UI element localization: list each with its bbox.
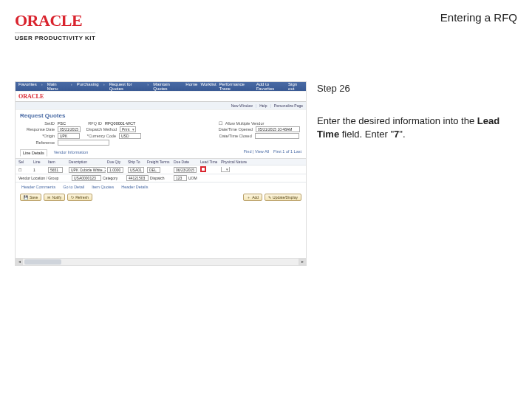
refresh-button[interactable]: ↻Refresh	[67, 194, 92, 201]
home-link[interactable]: Home	[185, 82, 197, 91]
category-label: Category	[103, 176, 125, 180]
col-leadtime: Lead Time	[200, 160, 219, 164]
origin-input[interactable]: UPK	[58, 133, 80, 139]
dateclosed-label: Date/Time Closed	[219, 134, 252, 138]
col-duedate: Due Date	[174, 160, 199, 164]
cell-duedate-input[interactable]: 06/23/2015	[174, 167, 197, 173]
section-title: Request Quotes	[16, 110, 306, 120]
dispatch-label: Dispatch Method	[83, 127, 117, 132]
breadcrumb-sep: ›	[41, 82, 43, 91]
add-icon: ＋	[247, 195, 250, 200]
reference-input[interactable]	[58, 140, 109, 146]
dateopened-input[interactable]: 05/21/2015 10:48AM	[256, 126, 300, 132]
help-link[interactable]: Help	[259, 103, 267, 108]
dispatch-select[interactable]: Print	[120, 126, 136, 132]
update-icon: ✎	[268, 195, 271, 200]
dispatch-status-input[interactable]: 123	[174, 175, 187, 181]
perf-trace-link[interactable]: Performance Trace	[219, 82, 253, 91]
currency-input[interactable]: USD	[119, 133, 141, 139]
allow-multi-checkbox[interactable]: ☐	[219, 121, 222, 126]
favorites-link[interactable]: Add to Favorites	[256, 82, 285, 91]
update-display-button[interactable]: ✎Update/Display	[265, 194, 301, 201]
oracle-subtitle: USER PRODUCTIVITY KIT	[15, 33, 95, 41]
global-links: Home Worklist Performance Trace Add to F…	[185, 82, 303, 91]
uom-label: UOM	[188, 176, 197, 180]
breadcrumb-item[interactable]: Favorites	[18, 82, 37, 91]
lead-time-field[interactable]	[200, 166, 206, 172]
tab-line-details[interactable]: Line Details	[20, 149, 47, 157]
save-icon: 💾	[24, 195, 28, 200]
setid-label: SetID	[21, 121, 55, 126]
detail-tabs: Header Comments Go to Detail Item Quotes…	[16, 183, 306, 191]
horizontal-scrollbar[interactable]: ◂ ▸	[16, 258, 306, 265]
rfq-value: RFQ00001-WCT	[105, 121, 135, 126]
add-button[interactable]: ＋Add	[243, 194, 262, 201]
detail-data-row: Vendor Location / Group USA0000123 Categ…	[16, 174, 306, 183]
cell-sel[interactable]: ☐	[18, 168, 32, 172]
oracle-logo: ORACLE	[15, 11, 95, 30]
breadcrumb-item[interactable]: Main Menu	[47, 82, 66, 91]
cell-shipto-input[interactable]: USA01	[128, 167, 144, 173]
tab-item-quotes[interactable]: Item Quotes	[92, 185, 114, 189]
col-item: Item	[48, 160, 67, 164]
col-desc: Description	[69, 160, 106, 164]
grid-data-row: ☐ 1 5651 UPK Cubicle White, 24 x 30 1.00…	[16, 166, 306, 174]
col-qty: Due Qty	[107, 160, 126, 164]
cell-item-input[interactable]: 5651	[48, 167, 63, 173]
button-strip: 💾Save ✉Notify ↻Refresh ＋Add ✎Update/Disp…	[16, 191, 306, 203]
line-tabbar: Line Details Vendor Information Find | V…	[16, 148, 306, 159]
tab-vendor-info[interactable]: Vendor Information	[52, 149, 90, 157]
rfq-label: RFQ ID	[69, 121, 102, 126]
respdate-input[interactable]: 05/21/2015	[58, 126, 81, 132]
col-line: Line	[33, 160, 47, 164]
cell-qty-input[interactable]: 1.0000	[107, 167, 123, 173]
origin-label: *Origin	[21, 134, 55, 138]
header-form: SetIDFSC RFQ IDRFQ00001-WCT Response Dat…	[16, 120, 306, 148]
scroll-right-icon[interactable]: ▸	[299, 259, 306, 265]
grid-range: First 1 of 1 Last	[273, 149, 301, 157]
scroll-track[interactable]	[23, 259, 299, 265]
vendor-input[interactable]: USA0000123	[72, 175, 101, 181]
currency-label: *Currency Code	[83, 134, 116, 138]
tab-header-comments[interactable]: Header Comments	[21, 185, 55, 189]
vendor-label: Vendor Location / Group	[18, 176, 70, 180]
breadcrumb-sep: ›	[103, 82, 105, 91]
oracle-mini-logo: ORACLE	[16, 92, 306, 102]
category-input[interactable]: 44121503	[126, 175, 149, 181]
global-topbar: Favorites › Main Menu › Purchasing › Req…	[16, 82, 306, 92]
signout-link[interactable]: Sign out	[288, 82, 303, 91]
refresh-icon: ↻	[71, 195, 74, 200]
grid-find[interactable]: Find | View All	[244, 149, 269, 157]
scroll-thumb[interactable]	[24, 259, 61, 265]
personalize-link[interactable]: Personalize Page	[274, 103, 303, 108]
breadcrumb-item[interactable]: Purchasing	[77, 82, 99, 91]
cell-line: 1	[33, 168, 47, 172]
col-freight: Freight Terms	[147, 160, 172, 164]
cell-physical-select[interactable]	[221, 167, 230, 172]
dateclosed-input[interactable]	[255, 133, 299, 139]
col-physical: Physical Nature	[221, 160, 249, 164]
grid-header-row: Sel Line Item Description Due Qty Ship T…	[16, 159, 306, 166]
breadcrumb-item[interactable]: Maintain Quotes	[153, 82, 181, 91]
instruction-panel: Step 26 Enter the desired information in…	[314, 81, 517, 266]
allow-multi-label: Allow Multiple Vendor	[225, 121, 265, 126]
application-screenshot: Favorites › Main Menu › Purchasing › Req…	[15, 81, 307, 266]
new-window-link[interactable]: New Window	[231, 103, 253, 108]
breadcrumb-sep: ›	[147, 82, 149, 91]
tab-header-details[interactable]: Header Details	[121, 185, 148, 189]
cell-desc-input[interactable]: UPK Cubicle White, 24 x 30	[69, 167, 106, 173]
worklist-link[interactable]: Worklist	[200, 82, 216, 91]
breadcrumb-item[interactable]: Request for Quotes	[109, 82, 143, 91]
instruction-text: Enter the desired information into the L…	[317, 115, 514, 140]
notify-button[interactable]: ✉Notify	[44, 194, 65, 201]
cell-freight-input[interactable]: DEL	[147, 167, 160, 173]
tab-goto-detail[interactable]: Go to Detail	[63, 185, 84, 189]
scroll-left-icon[interactable]: ◂	[16, 259, 23, 265]
page-title: Entering a RFQ	[440, 11, 517, 24]
page-utility-links: New Window | Help | Personalize Page	[16, 102, 306, 110]
breadcrumb-sep: ›	[71, 82, 72, 91]
col-shipto: Ship To	[128, 160, 146, 164]
save-button[interactable]: 💾Save	[20, 194, 41, 201]
col-sel: Sel	[18, 160, 32, 164]
brand-block: ORACLE USER PRODUCTIVITY KIT	[15, 11, 95, 41]
